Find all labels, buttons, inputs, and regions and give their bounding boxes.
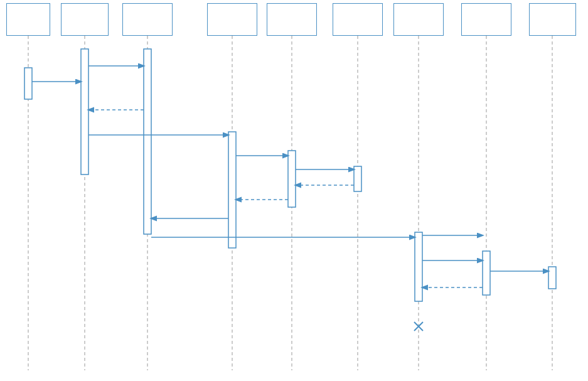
- sequence-diagram: [0, 0, 588, 381]
- svg-rect-14: [354, 166, 361, 191]
- svg-rect-16: [483, 251, 490, 295]
- svg-rect-17: [548, 267, 556, 289]
- actor-pc: [207, 3, 257, 36]
- svg-rect-13: [288, 151, 296, 207]
- arrows-svg: [0, 0, 588, 381]
- actor-isw: [529, 3, 576, 36]
- svg-rect-11: [144, 49, 151, 234]
- actor-cc: [393, 3, 444, 36]
- svg-rect-12: [228, 132, 236, 248]
- actor-webfront: [61, 3, 109, 36]
- svg-rect-15: [415, 232, 422, 301]
- actor-ipw: [122, 3, 173, 36]
- svg-rect-10: [81, 49, 88, 174]
- actor-investor: [6, 3, 50, 36]
- svg-rect-9: [24, 68, 32, 99]
- actor-tc: [461, 3, 511, 36]
- actor-idvp: [333, 3, 383, 36]
- actor-vm: [267, 3, 317, 36]
